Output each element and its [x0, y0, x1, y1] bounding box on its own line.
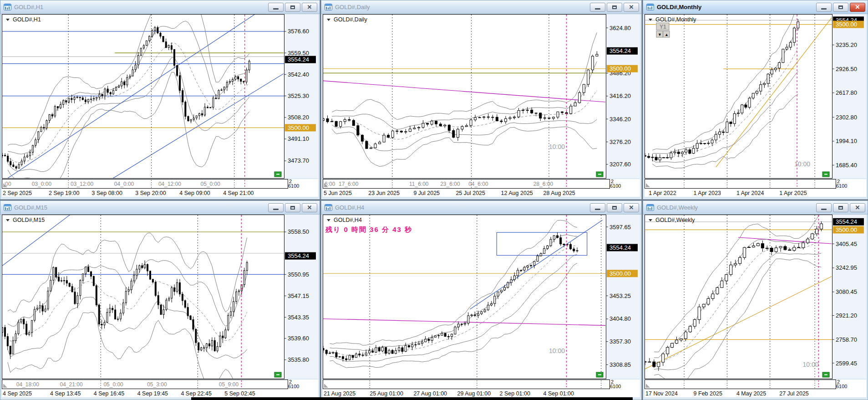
maximize-button[interactable]: [285, 203, 300, 212]
chart-content-m15: GOLD#,M153558.503550.953547.153543.35353…: [2, 215, 318, 398]
svg-text:6100: 6100: [836, 384, 847, 389]
chart-content-monthly: 10:00GOLD#,MonthlyY1▼▲3235.202926.502617…: [645, 14, 866, 198]
minimize-button[interactable]: [268, 203, 284, 212]
svg-text:05_9:00: 05_9:00: [219, 381, 239, 388]
svg-text:27 Jul 2025: 27 Jul 2025: [779, 390, 809, 397]
maximize-button[interactable]: [833, 203, 848, 212]
minimize-icon: [821, 8, 827, 10]
minimize-button[interactable]: [816, 203, 832, 212]
chart-window-icon: [4, 204, 11, 211]
period-separator-strip: 26100: [645, 379, 848, 389]
svg-text:25 Aug 01:00: 25 Aug 01:00: [370, 390, 403, 397]
minimize-button[interactable]: [816, 3, 832, 12]
svg-text:9 Jul 2025: 9 Jul 2025: [413, 190, 440, 196]
maximize-button[interactable]: [607, 203, 622, 212]
svg-text:28_6:00: 28_6:00: [533, 181, 553, 187]
maximize-button[interactable]: [833, 3, 848, 12]
svg-text:23_6:00: 23_6:00: [440, 181, 460, 187]
window-titlebar-h4[interactable]: GOLD#,H4✕: [321, 201, 641, 215]
svg-text:17 Nov 2024: 17 Nov 2024: [645, 390, 678, 397]
subwindow-restore-button[interactable]: [822, 172, 829, 177]
svg-text:11_6:00: 11_6:00: [409, 181, 429, 187]
window-titlebar-m15[interactable]: GOLD#,M15✕: [0, 201, 320, 215]
chart-window-icon: [4, 4, 11, 10]
chart-content-h4: 10:00GOLD#,H4残り 0 時間 36 分 43 秒3597.65345…: [323, 215, 640, 398]
svg-text:3539.60: 3539.60: [288, 335, 309, 342]
subwindow-restore-button[interactable]: [274, 372, 281, 377]
svg-text:3558.50: 3558.50: [288, 228, 309, 235]
svg-text:6100: 6100: [288, 183, 299, 189]
chart-canvas-weekly[interactable]: 10:00GOLD#,Weekly3405.453242.953080.4529…: [645, 215, 866, 398]
chart-canvas-h1[interactable]: GOLD#,H13576.603559.503542.403525.303508…: [2, 14, 318, 198]
svg-text:2926.50: 2926.50: [836, 66, 857, 72]
svg-text:3500.00: 3500.00: [836, 226, 857, 233]
svg-text:4 Sep 2025: 4 Sep 2025: [3, 390, 32, 397]
chart-window-h4: GOLD#,H4✕10:00GOLD#,H4残り 0 時間 36 分 43 秒3…: [321, 200, 642, 400]
window-titlebar-h1[interactable]: GOLD#,H1✕: [0, 0, 320, 14]
close-icon: ✕: [855, 205, 860, 210]
chart-window-weekly: GOLD#,Weekly✕10:00GOLD#,Weekly3405.45324…: [643, 200, 868, 400]
svg-text:17_6:00: 17_6:00: [339, 181, 359, 187]
svg-text:3405.45: 3405.45: [836, 241, 857, 247]
minimize-button[interactable]: [590, 203, 605, 212]
svg-text:4 Sep 16:45: 4 Sep 16:45: [94, 390, 124, 397]
svg-text:3542.40: 3542.40: [288, 71, 309, 78]
chart-canvas-daily[interactable]: 10:00GOLD#,Daily3624.803486.203416.20334…: [323, 14, 640, 198]
subwindow-restore-button[interactable]: [274, 172, 281, 177]
minimize-icon: [273, 209, 279, 210]
close-icon: ✕: [629, 4, 634, 10]
svg-text:1685.40: 1685.40: [836, 162, 857, 169]
maximize-button[interactable]: [285, 3, 300, 12]
close-icon: ✕: [307, 205, 312, 210]
maximize-button[interactable]: [607, 3, 622, 12]
svg-text:2617.80: 2617.80: [836, 89, 857, 96]
candle-countdown-text: 残り 0 時間 36 分 43 秒: [325, 226, 412, 233]
window-titlebar-monthly[interactable]: GOLD#,Monthly✕: [643, 0, 868, 14]
svg-text:04_18:00: 04_18:00: [16, 381, 39, 388]
window-titlebar-daily[interactable]: GOLD#,Daily✕: [321, 0, 641, 14]
minimize-button[interactable]: [268, 3, 284, 12]
svg-text:1994.10: 1994.10: [836, 138, 857, 144]
svg-text:2 Sep 19:00: 2 Sep 19:00: [49, 190, 79, 196]
svg-text:2302.80: 2302.80: [836, 114, 857, 121]
svg-text:2 Sep 2025: 2 Sep 2025: [3, 190, 32, 196]
close-button[interactable]: ✕: [624, 3, 639, 12]
chart-symbol-label[interactable]: GOLD#,Monthly: [649, 16, 696, 23]
svg-text:3559.50: 3559.50: [288, 50, 309, 56]
close-button[interactable]: ✕: [850, 203, 865, 212]
svg-text:3554.24: 3554.24: [836, 218, 857, 225]
svg-text:3242.95: 3242.95: [836, 264, 857, 271]
svg-text:GOLD#,H1: GOLD#,H1: [13, 16, 41, 23]
svg-text:04_0:00: 04_0:00: [114, 181, 134, 187]
chart-canvas-monthly[interactable]: 10:00GOLD#,MonthlyY1▼▲3235.202926.502617…: [645, 14, 866, 198]
svg-text:4 Sep 21:00: 4 Sep 21:00: [223, 190, 254, 196]
chart-canvas-h4[interactable]: 10:00GOLD#,H4残り 0 時間 36 分 43 秒3597.65345…: [323, 215, 640, 398]
svg-text:3308.85: 3308.85: [609, 361, 631, 368]
svg-text:6100: 6100: [610, 183, 621, 189]
close-button[interactable]: ✕: [624, 203, 639, 212]
svg-text:2599.45: 2599.45: [836, 360, 857, 367]
subwindow-restore-button[interactable]: [596, 172, 603, 177]
close-button[interactable]: ✕: [850, 3, 865, 12]
svg-text:10:00: 10:00: [802, 361, 818, 368]
scale-mini-controls[interactable]: Y1▼▲: [656, 23, 670, 37]
svg-text:4 May 2025: 4 May 2025: [736, 390, 766, 397]
chart-symbol-label[interactable]: GOLD#,Weekly: [649, 217, 695, 223]
period-separator-strip: 6:0017_6:0011_6:0023_6:0004_6:0028_6:002…: [323, 179, 621, 189]
minimize-button[interactable]: [590, 3, 605, 12]
subwindow-restore-button[interactable]: [596, 372, 603, 377]
chart-window-m15: GOLD#,M15✕GOLD#,M153558.503550.953547.15…: [0, 200, 320, 400]
close-button[interactable]: ✕: [302, 3, 317, 12]
svg-text:5 Jun 2025: 5 Jun 2025: [324, 190, 352, 196]
svg-text:1 Apr 2023: 1 Apr 2023: [694, 190, 721, 196]
close-button[interactable]: ✕: [302, 203, 317, 212]
svg-text:3500.00: 3500.00: [288, 124, 309, 131]
svg-text:4 Sep 22:45: 4 Sep 22:45: [181, 390, 211, 397]
period-separator-strip: 26100: [323, 379, 621, 389]
chart-canvas-m15[interactable]: GOLD#,M153558.503550.953547.153543.35353…: [2, 215, 318, 398]
svg-text:3597.65: 3597.65: [609, 224, 631, 231]
subwindow-restore-button[interactable]: [822, 372, 829, 377]
period-separator-strip: :0003_0:0003_12:0004_0:0004_12:0005_0:00…: [2, 179, 299, 189]
svg-text:3525.30: 3525.30: [288, 92, 309, 99]
window-titlebar-weekly[interactable]: GOLD#,Weekly✕: [643, 201, 868, 215]
